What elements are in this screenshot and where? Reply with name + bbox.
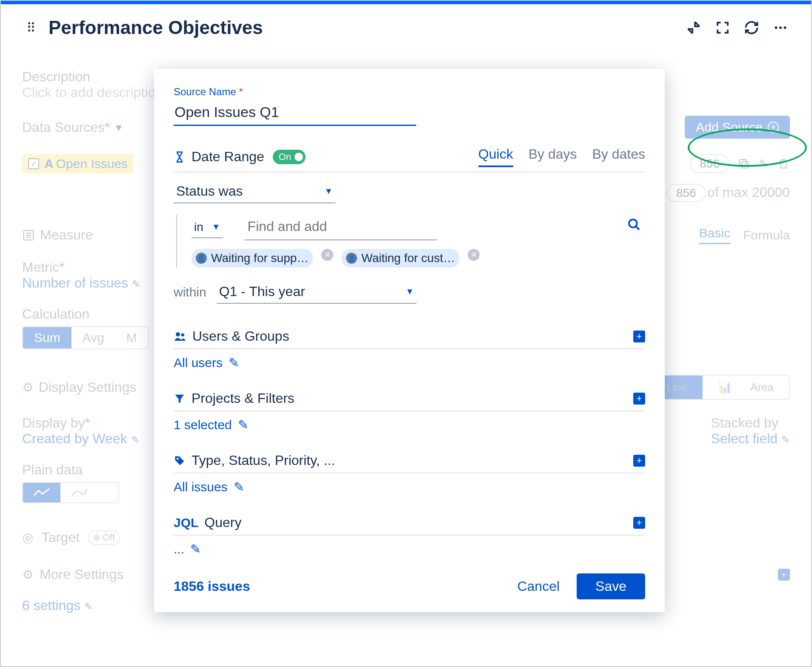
person-icon: 👤 <box>346 253 357 264</box>
source-chip[interactable]: ✓A Open Issues <box>22 154 134 174</box>
svg-rect-4 <box>740 160 746 166</box>
svg-point-13 <box>177 458 179 460</box>
svg-rect-3 <box>742 162 748 168</box>
funnel-icon <box>174 393 186 405</box>
svg-point-2 <box>784 26 786 29</box>
tab-by-dates[interactable]: By dates <box>592 146 645 167</box>
jql-label: JQL <box>174 516 198 530</box>
gear-icon: ⚙ <box>22 380 34 395</box>
plain-data-opt2[interactable] <box>60 483 98 502</box>
calculation-group: Sum Avg M <box>22 326 149 349</box>
display-settings-label: Display Settings <box>39 379 136 395</box>
tab-quick[interactable]: Quick <box>478 146 513 167</box>
chevron-down-icon: ▼ <box>324 186 333 196</box>
source-name-input[interactable] <box>174 101 416 126</box>
plus-icon: + <box>768 122 779 133</box>
search-icon[interactable] <box>627 218 641 231</box>
refresh-icon[interactable] <box>742 18 761 37</box>
fullscreen-icon[interactable] <box>713 18 732 37</box>
source-name-label: Source Name * <box>174 86 645 98</box>
source-editor-modal: Source Name * Date Range On Quick By day… <box>154 69 665 612</box>
svg-point-9 <box>629 219 637 228</box>
jql-value[interactable]: ...✎ <box>174 542 201 556</box>
pencil-icon: ✎ <box>238 417 249 432</box>
date-range-section: Date Range On Quick By days By dates <box>174 143 645 172</box>
users-value[interactable]: All users✎ <box>174 355 239 370</box>
plain-data-opt1[interactable] <box>23 483 60 502</box>
measure-label: Measure <box>40 227 93 243</box>
plain-data-opt3[interactable] <box>98 483 118 502</box>
target-toggle[interactable]: Off <box>88 530 120 545</box>
projects-filters-section: Projects & Filters + <box>174 387 645 411</box>
save-button[interactable]: Save <box>577 573 645 599</box>
count-badge-1: 856 <box>690 154 729 173</box>
chip-remove-2[interactable]: ✕ <box>468 249 480 261</box>
status-was-dropdown[interactable]: Status was ▼ <box>174 180 335 203</box>
users-groups-section: Users & Groups + <box>174 325 645 349</box>
edit-icon[interactable]: ✎ <box>759 157 769 171</box>
display-by-value[interactable]: Created by Week ✎ <box>22 431 140 447</box>
svg-line-10 <box>636 226 639 230</box>
cancel-button[interactable]: Cancel <box>517 579 560 594</box>
type-status-section: Type, Status, Priority, ... + <box>174 449 645 473</box>
measure-icon <box>22 229 35 242</box>
chart-area-tab[interactable]: 📊Area <box>703 376 789 399</box>
pencil-icon: ✎ <box>229 355 239 370</box>
within-label: within <box>174 285 206 299</box>
gear-icon: ⚙ <box>22 567 34 582</box>
more-icon[interactable] <box>771 18 790 37</box>
svg-point-0 <box>775 26 778 29</box>
svg-point-11 <box>176 332 180 336</box>
status-chip-1: 👤 Waiting for supp… <box>192 249 313 268</box>
svg-rect-5 <box>24 230 34 240</box>
tab-basic[interactable]: Basic <box>699 226 730 244</box>
stacked-by-value[interactable]: Select field ✎ <box>711 431 790 447</box>
operator-dropdown[interactable]: in ▼ <box>192 217 223 238</box>
tag-icon <box>174 455 186 467</box>
delete-icon[interactable] <box>777 157 790 170</box>
page-title: Performance Objectives <box>49 17 674 38</box>
calc-ma[interactable]: M <box>115 327 148 348</box>
tab-by-days[interactable]: By days <box>529 146 577 167</box>
calc-sum[interactable]: Sum <box>23 327 71 348</box>
tab-formula[interactable]: Formula <box>743 228 790 242</box>
find-and-add-input[interactable] <box>244 214 437 240</box>
date-range-toggle[interactable]: On <box>273 150 306 164</box>
top-accent-bar <box>1 1 811 4</box>
more-settings-label: More Settings <box>40 567 123 582</box>
funnel-icon[interactable]: ▾ <box>116 120 122 134</box>
highlight-add-source <box>688 128 807 167</box>
plain-data-group <box>22 482 119 503</box>
chevron-down-icon: ▼ <box>212 222 220 232</box>
jql-section: JQL Query + <box>174 511 645 536</box>
jql-expand[interactable]: + <box>633 517 645 529</box>
users-expand[interactable]: + <box>633 331 645 342</box>
hourglass-icon <box>174 151 186 163</box>
target-icon: ◎ <box>22 530 33 545</box>
status-chip-2: 👤 Waiting for cust… <box>342 249 459 268</box>
projects-value[interactable]: 1 selected✎ <box>174 417 249 432</box>
add-source-button[interactable]: Add Source + <box>685 116 790 139</box>
condition-block: in ▼ 👤 Waiting for supp… ✕ 👤 <box>176 214 645 268</box>
chip-remove-1[interactable]: ✕ <box>321 249 333 261</box>
calc-avg[interactable]: Avg <box>71 327 115 348</box>
stacked-by-label: Stacked by <box>711 415 790 431</box>
expand-plus[interactable]: + <box>778 569 790 581</box>
person-icon: 👤 <box>196 253 207 264</box>
issue-count: 1856 issues <box>174 579 250 594</box>
type-value[interactable]: All issues✎ <box>174 479 244 494</box>
count-badge-2: 856 <box>667 184 706 202</box>
collapse-icon[interactable] <box>684 18 703 37</box>
svg-point-12 <box>181 333 185 336</box>
copy-icon[interactable] <box>738 157 750 170</box>
drag-handle-icon[interactable]: ⠿ <box>26 20 36 35</box>
pencil-icon: ✎ <box>190 542 201 556</box>
type-expand[interactable]: + <box>633 455 645 467</box>
svg-point-1 <box>779 26 782 29</box>
of-max-label: of max 20000 <box>707 185 790 200</box>
projects-expand[interactable]: + <box>633 393 645 405</box>
users-icon <box>174 330 186 343</box>
header: ⠿ Performance Objectives <box>1 4 811 43</box>
chevron-down-icon: ▼ <box>406 287 414 296</box>
within-dropdown[interactable]: Q1 - This year ▼ <box>217 280 417 304</box>
